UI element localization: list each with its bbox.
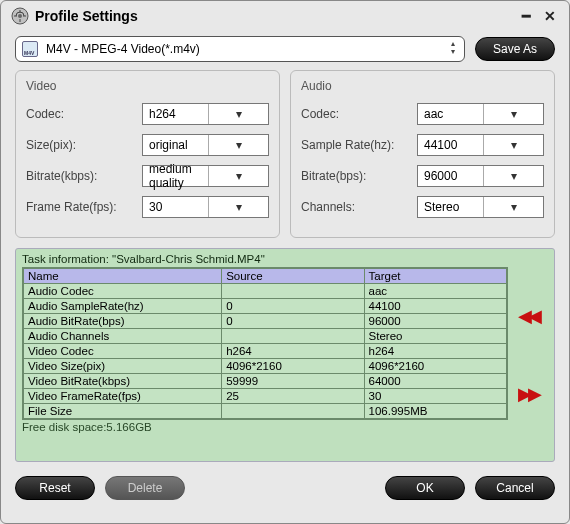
cell-name: Video Codec <box>24 344 222 359</box>
col-name: Name <box>24 269 222 284</box>
app-icon <box>11 7 29 25</box>
table-row: Audio BitRate(bps)096000 <box>24 314 507 329</box>
video-framerate-label: Frame Rate(fps): <box>26 200 136 214</box>
audio-channels-label: Channels: <box>301 200 411 214</box>
m4v-icon <box>22 41 38 57</box>
svg-point-1 <box>18 14 22 18</box>
video-bitrate-label: Bitrate(kbps): <box>26 169 136 183</box>
cell-source: 59999 <box>222 374 364 389</box>
cell-name: Video FrameRate(fps) <box>24 389 222 404</box>
chevron-down-icon[interactable]: ▾ <box>483 197 543 217</box>
profile-select[interactable]: M4V - MPEG-4 Video(*.m4v) ▴ ▾ <box>15 36 465 62</box>
table-row: Video Codech264h264 <box>24 344 507 359</box>
audio-codec-label: Codec: <box>301 107 411 121</box>
table-row: Audio ChannelsStereo <box>24 329 507 344</box>
video-codec-label: Codec: <box>26 107 136 121</box>
chevron-down-icon[interactable]: ▾ <box>208 104 268 124</box>
video-bitrate-select[interactable]: medium quality▾ <box>142 165 269 187</box>
cell-target: aac <box>364 284 506 299</box>
delete-button: Delete <box>105 476 185 500</box>
free-disk-space: Free disk space:5.166GB <box>22 420 508 434</box>
chevron-down-icon[interactable]: ▾ <box>208 135 268 155</box>
cell-source: 4096*2160 <box>222 359 364 374</box>
cell-name: Video BitRate(kbps) <box>24 374 222 389</box>
table-row: Video Size(pix)4096*21604096*2160 <box>24 359 507 374</box>
table-row: File Size106.995MB <box>24 404 507 419</box>
cell-target: 30 <box>364 389 506 404</box>
task-info-table: Name Source Target Audio CodecaacAudio S… <box>23 268 507 419</box>
table-row: Audio Codecaac <box>24 284 507 299</box>
ok-button[interactable]: OK <box>385 476 465 500</box>
cell-target: 106.995MB <box>364 404 506 419</box>
table-row: Video FrameRate(fps)2530 <box>24 389 507 404</box>
cell-source <box>222 284 364 299</box>
table-row: Video BitRate(kbps)5999964000 <box>24 374 507 389</box>
cell-target: Stereo <box>364 329 506 344</box>
chevron-down-icon[interactable]: ▾ <box>483 166 543 186</box>
cell-name: Audio Channels <box>24 329 222 344</box>
cell-target: 64000 <box>364 374 506 389</box>
next-button[interactable]: ▶▶ <box>518 383 538 405</box>
cell-target: 44100 <box>364 299 506 314</box>
cell-name: Audio Codec <box>24 284 222 299</box>
audio-channels-select[interactable]: Stereo▾ <box>417 196 544 218</box>
cell-name: File Size <box>24 404 222 419</box>
cell-source: 25 <box>222 389 364 404</box>
cell-source <box>222 329 364 344</box>
col-target: Target <box>364 269 506 284</box>
task-info-title: Task information: "Svalbard-Chris Schmid… <box>22 253 508 267</box>
minimize-button[interactable]: ━ <box>517 7 535 25</box>
cell-name: Video Size(pix) <box>24 359 222 374</box>
cell-target: 4096*2160 <box>364 359 506 374</box>
cell-source: 0 <box>222 299 364 314</box>
chevron-down-icon[interactable]: ▾ <box>208 166 268 186</box>
cell-target: h264 <box>364 344 506 359</box>
cell-target: 96000 <box>364 314 506 329</box>
cell-source: 0 <box>222 314 364 329</box>
close-button[interactable]: ✕ <box>541 7 559 25</box>
video-size-select[interactable]: original▾ <box>142 134 269 156</box>
chevron-down-icon[interactable]: ▾ <box>208 197 268 217</box>
audio-samplerate-select[interactable]: 44100▾ <box>417 134 544 156</box>
chevron-down-icon[interactable]: ▾ <box>483 104 543 124</box>
cell-source <box>222 404 364 419</box>
video-codec-select[interactable]: h264▾ <box>142 103 269 125</box>
audio-bitrate-select[interactable]: 96000▾ <box>417 165 544 187</box>
cancel-button[interactable]: Cancel <box>475 476 555 500</box>
audio-panel-title: Audio <box>301 79 544 93</box>
audio-samplerate-label: Sample Rate(hz): <box>301 138 411 152</box>
table-row: Audio SampleRate(hz)044100 <box>24 299 507 314</box>
window-title: Profile Settings <box>35 8 511 24</box>
cell-source: h264 <box>222 344 364 359</box>
profile-down-icon[interactable]: ▾ <box>446 49 460 57</box>
audio-codec-select[interactable]: aac▾ <box>417 103 544 125</box>
save-as-button[interactable]: Save As <box>475 37 555 61</box>
chevron-down-icon[interactable]: ▾ <box>483 135 543 155</box>
cell-name: Audio SampleRate(hz) <box>24 299 222 314</box>
prev-button[interactable]: ◀◀ <box>518 305 538 327</box>
video-panel-title: Video <box>26 79 269 93</box>
video-framerate-select[interactable]: 30▾ <box>142 196 269 218</box>
video-size-label: Size(pix): <box>26 138 136 152</box>
audio-bitrate-label: Bitrate(bps): <box>301 169 411 183</box>
cell-name: Audio BitRate(bps) <box>24 314 222 329</box>
profile-selected-text: M4V - MPEG-4 Video(*.m4v) <box>42 42 442 56</box>
col-source: Source <box>222 269 364 284</box>
reset-button[interactable]: Reset <box>15 476 95 500</box>
